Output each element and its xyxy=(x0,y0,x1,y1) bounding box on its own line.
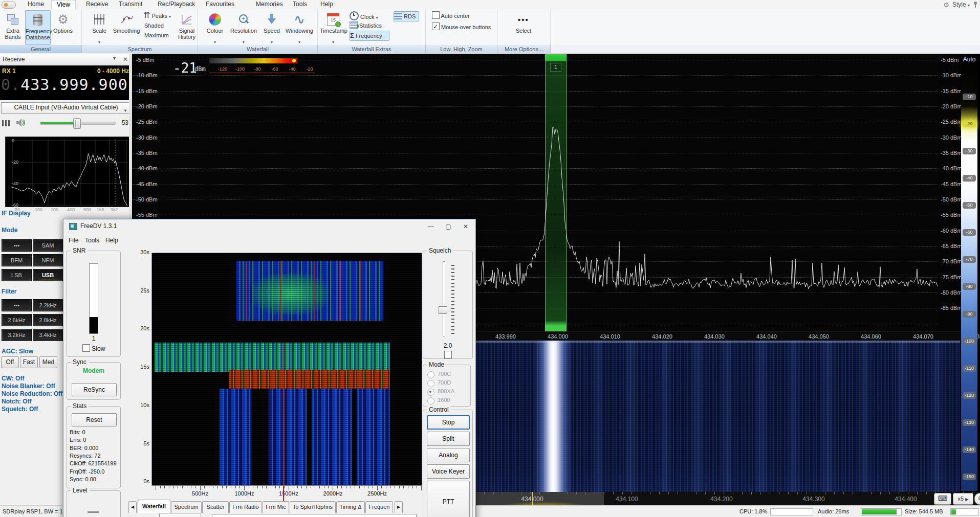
keyboard-entry-button[interactable]: ⌨ xyxy=(934,493,951,505)
signal-history-button[interactable]: Signal History xyxy=(176,10,198,44)
center-button[interactable]: ⟳ xyxy=(974,493,980,505)
mouse-over-buttons-checkbox[interactable]: Mouse-over buttons xyxy=(432,23,496,32)
mode-button-BFM[interactable]: BFM xyxy=(2,254,32,266)
snr-slow-checkbox[interactable]: Slow xyxy=(82,344,105,352)
app-icon[interactable] xyxy=(2,1,16,9)
collapse-icon[interactable]: ▼ xyxy=(112,56,117,61)
style-menu[interactable]: Style ▾ xyxy=(952,1,970,8)
menu-tab-rec-playback[interactable]: Rec/Playback xyxy=(153,0,200,9)
freedv-tab-to-spkr-hdphns[interactable]: To Spkr/Hdphns xyxy=(290,501,336,513)
radio-800xa[interactable] xyxy=(427,389,434,396)
mode-button-LSB[interactable]: LSB xyxy=(2,269,32,281)
colour-button[interactable]: Colour ▾ xyxy=(203,10,227,44)
filter-button-3.4kHz[interactable]: 3.4kHz xyxy=(33,329,63,341)
amplitude-scale-strip[interactable]: Auto -10-20-30-40-50-60-70-80-90-100-110… xyxy=(961,54,977,491)
freedv-tab-frequen[interactable]: Frequen xyxy=(365,501,393,513)
resync-button[interactable]: ReSync xyxy=(72,383,117,396)
speaker-icon[interactable] xyxy=(15,118,26,128)
menu-tab-transmit[interactable]: Transmit xyxy=(114,0,147,9)
menu-tab-favourites[interactable]: Favourites xyxy=(201,0,239,9)
clear-button[interactable]: Clear xyxy=(159,513,201,517)
speed-button[interactable]: Speed ▾ xyxy=(260,10,283,44)
filter-button-2.8kHz[interactable]: 2.8kHz xyxy=(33,314,63,326)
close-icon[interactable]: ✕ xyxy=(123,56,128,63)
text-output-field[interactable] xyxy=(212,514,417,517)
freedv-tab-waterfall[interactable]: Waterfall xyxy=(138,500,170,513)
auto-center-checkbox[interactable]: Auto center xyxy=(432,11,493,20)
maximize-button[interactable]: ▢ xyxy=(441,221,456,232)
freedv-menu-tools[interactable]: Tools xyxy=(85,237,99,244)
pin-icon[interactable] xyxy=(973,2,978,8)
shaded-button[interactable]: Shaded xyxy=(144,21,175,30)
control-button-voice-keyer[interactable]: Voice Keyer xyxy=(427,464,470,479)
tab-scroll-right[interactable]: ▶ xyxy=(395,501,403,513)
radio-700d[interactable] xyxy=(427,380,434,387)
freedv-waterfall-panel[interactable] xyxy=(151,253,422,486)
mode-button-[interactable]: ••• xyxy=(2,239,32,252)
statistics-button[interactable]: Statistics xyxy=(350,21,386,30)
volume-slider-thumb[interactable] xyxy=(73,118,81,129)
squelch-enable-checkbox[interactable] xyxy=(444,350,452,359)
freedv-menu-file[interactable]: File xyxy=(69,237,78,244)
equalizer-icon[interactable] xyxy=(2,120,10,126)
smoothing-label: Smoothing xyxy=(112,28,141,34)
scale-button[interactable]: Scale ▾ xyxy=(88,10,111,44)
maximum-button[interactable]: Maximum xyxy=(144,31,177,40)
minimize-button[interactable]: — xyxy=(423,221,439,232)
freedv-tab-timing-[interactable]: Timing Δ xyxy=(336,501,365,513)
settings-gear-icon[interactable]: ⚙ xyxy=(943,2,949,8)
frequency-toggle-button[interactable]: Σ Frequency xyxy=(350,31,389,41)
tab-scroll-left[interactable]: ◀ xyxy=(128,501,137,513)
mode-button-USB[interactable]: USB xyxy=(33,269,63,281)
filter-button-3.2kHz[interactable]: 3.2kHz xyxy=(2,329,32,341)
menu-tab-tools[interactable]: Tools xyxy=(288,0,312,9)
select-button[interactable]: ••• Select xyxy=(512,10,535,44)
if-spectrum-graph[interactable]: 0-20-40-60 xyxy=(5,137,130,207)
menu-tab-help[interactable]: Help xyxy=(315,0,338,9)
filter-button-[interactable]: ••• xyxy=(2,299,32,311)
freedv-tab-spectrum[interactable]: Spectrum xyxy=(171,501,202,513)
frequency-database-button[interactable]: Frequency Database xyxy=(25,10,51,45)
mode-button-SAM[interactable]: SAM xyxy=(33,239,63,252)
waterfall-frequency-bar[interactable]: 434.000434.100434.200434.300434.400 ⌨ x5… xyxy=(475,492,980,505)
menu-tab-receive[interactable]: Receive xyxy=(81,0,113,9)
agc-button-med[interactable]: Med xyxy=(39,356,57,368)
close-button[interactable]: ✕ xyxy=(458,221,473,232)
radio-700c[interactable] xyxy=(427,371,434,378)
menu-tab-memories[interactable]: Memories xyxy=(251,0,288,9)
squelch-slider-thumb[interactable] xyxy=(439,306,451,314)
frequency-display[interactable]: RX 1 0 - 4000 Hz 0.433.999.900 xyxy=(0,65,132,100)
agc-button-fast[interactable]: Fast xyxy=(20,356,38,368)
level-slider[interactable] xyxy=(88,511,99,513)
squelch-slider-track[interactable] xyxy=(443,261,445,336)
filter-button-2.2kHz[interactable]: 2.2kHz xyxy=(33,299,63,311)
freedv-tab-frm-radio[interactable]: Frm Radio xyxy=(229,501,262,513)
clock-button[interactable]: Clock ▾ xyxy=(350,11,382,20)
control-button-analog[interactable]: Analog xyxy=(427,448,470,462)
agc-button-off[interactable]: Off xyxy=(1,356,19,368)
radio-1600[interactable] xyxy=(427,397,434,404)
tuned-frequency[interactable]: 0.433.999.900 xyxy=(1,76,131,94)
resolution-button[interactable]: Resolution ▾ xyxy=(228,10,259,44)
filter-button-2.6kHz[interactable]: 2.6kHz xyxy=(2,314,32,326)
control-button-stop[interactable]: Stop xyxy=(427,415,470,430)
menu-tab-home[interactable]: Home xyxy=(23,0,49,9)
control-button-split[interactable]: Split xyxy=(427,432,470,446)
timestamp-button[interactable]: Timestamp ▾ xyxy=(320,10,346,44)
freedv-title-bar[interactable]: FreeDV 1.3.1 — ▢ ✕ xyxy=(63,219,475,234)
freedv-tab-frm-mic[interactable]: Frm Mic xyxy=(263,501,289,513)
reset-button[interactable]: Reset xyxy=(72,413,117,426)
freedv-menu-help[interactable]: Help xyxy=(105,237,118,244)
extra-bands-button[interactable]: Extra Bands xyxy=(2,10,24,44)
freedv-tab-scatter[interactable]: Scatter xyxy=(202,501,229,513)
mode-button-NFM[interactable]: NFM xyxy=(33,254,63,266)
peaks-button[interactable]: ⇈ Peaks ▾ xyxy=(143,11,177,20)
rds-button[interactable]: RDS xyxy=(394,11,419,21)
smoothing-button[interactable]: Smoothing xyxy=(112,10,141,44)
control-button-ptt[interactable]: PTT xyxy=(427,481,470,517)
zoom-x5-button[interactable]: x5 ▶ xyxy=(953,493,973,505)
options-button[interactable]: ⚙ Options xyxy=(51,10,75,44)
audio-device-dropdown[interactable]: CABLE Input (VB-Audio Virtual Cable) ▼ xyxy=(1,102,131,114)
menu-tab-view[interactable]: View xyxy=(51,0,76,9)
windowing-button[interactable]: ∿ Windowing ▾ xyxy=(284,10,315,44)
